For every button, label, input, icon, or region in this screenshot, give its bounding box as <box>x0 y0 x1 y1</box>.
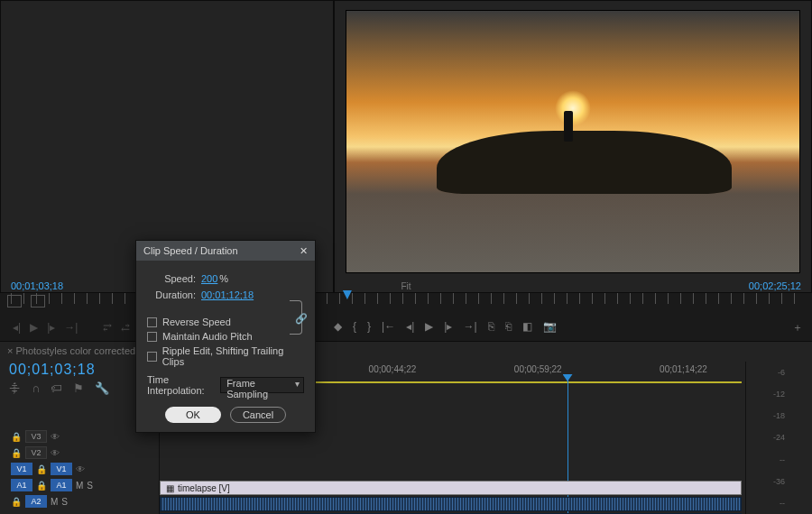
step-fwd-icon[interactable]: |▸ <box>444 320 452 335</box>
lock-icon[interactable]: 🔒 <box>36 464 47 474</box>
mark-out-icon[interactable]: } <box>367 320 371 335</box>
track-toggle-v3[interactable]: V3 <box>25 430 47 443</box>
ruler-tick-3: 00;01;14;22 <box>660 364 707 374</box>
track-header-v1[interactable]: V1 🔒 V1 👁 <box>0 461 159 477</box>
settings-icon[interactable] <box>7 295 22 307</box>
src-play-icon[interactable]: ▶ <box>30 321 38 334</box>
src-insert-icon[interactable]: ⥂ <box>103 321 112 334</box>
meter-tick: -- <box>780 499 785 508</box>
visibility-icon[interactable]: 👁 <box>51 448 61 458</box>
program-monitor-panel <box>334 0 812 293</box>
video-clip[interactable]: ▦ timelapse [V] <box>160 481 742 495</box>
ok-button[interactable]: OK <box>165 407 221 423</box>
track-toggle-v1[interactable]: V1 <box>51 463 72 475</box>
preview-lighthouse <box>564 111 573 142</box>
src-overwrite-icon[interactable]: ⥄ <box>121 321 130 334</box>
speed-input[interactable]: 200 <box>201 273 217 284</box>
add-marker-icon[interactable]: ◆ <box>334 320 342 335</box>
track-toggle-a2[interactable]: A2 <box>25 495 47 508</box>
track-header-v2[interactable]: 🔒 V2 👁 <box>0 445 159 461</box>
ripple-edit-checkbox[interactable] <box>147 352 157 362</box>
extract-icon[interactable]: ⎗ <box>505 320 512 335</box>
interpolation-label: Time Interpolation: <box>147 374 215 396</box>
track-header-a2[interactable]: 🔒 A2 MS <box>0 493 159 509</box>
settings-icon[interactable]: ⚑ <box>73 381 84 395</box>
lift-icon[interactable]: ⎘ <box>488 320 494 335</box>
ruler-tick-1: 00;00;44;22 <box>369 364 417 374</box>
visibility-icon[interactable]: 👁 <box>51 432 61 442</box>
go-to-out-icon[interactable]: →| <box>463 320 476 335</box>
audio-clip-a1[interactable] <box>160 497 742 511</box>
ripple-edit-label: Ripple Edit, Shifting Trailing Clips <box>162 345 304 367</box>
track-headers: 🔒 V3 👁 🔒 V2 👁 V1 🔒 V1 👁 A1 🔒 A1 MS 🔒 A2 … <box>0 428 159 514</box>
meter-tick: -- <box>780 455 785 464</box>
track-toggle-v2[interactable]: V2 <box>25 446 47 459</box>
cancel-button[interactable]: Cancel <box>230 407 286 423</box>
audio-meter: -6 -12 -18 -24 -- -36 -- <box>745 362 812 514</box>
export-frame-icon[interactable]: ◧ <box>522 320 532 335</box>
track-header-a1[interactable]: A1 🔒 A1 MS <box>0 477 159 493</box>
track-toggle-a1[interactable]: A1 <box>51 479 72 491</box>
source-patch-v1[interactable]: V1 <box>11 463 32 475</box>
zoom-fit-label[interactable]: Fit <box>401 281 411 291</box>
ruler-tick-2: 00;00;59;22 <box>514 364 562 374</box>
duration-input[interactable]: 00;01;12;18 <box>201 289 254 300</box>
go-to-in-icon[interactable]: |← <box>382 320 395 335</box>
sequence-tab[interactable]: × Photostyles color corrected ≡ <box>7 345 144 356</box>
close-icon[interactable]: ✕ <box>300 245 308 257</box>
visibility-icon[interactable]: 👁 <box>76 464 87 474</box>
camera-icon[interactable]: 📷 <box>543 320 557 335</box>
play-icon[interactable]: ▶ <box>425 320 433 335</box>
duration-label: Duration: <box>147 289 196 300</box>
timeline-tool-row: ⸎ ∩ 🏷 ⚑ 🔧 <box>9 381 109 395</box>
wrench-icon[interactable]: 🔧 <box>95 381 109 395</box>
fx-badge-icon: ▦ <box>166 483 174 493</box>
source-patch-a1[interactable]: A1 <box>11 479 32 491</box>
insert-icon[interactable] <box>31 295 45 307</box>
meter-tick: -24 <box>773 433 785 442</box>
lock-icon[interactable]: 🔒 <box>11 432 22 442</box>
marker-icon[interactable]: 🏷 <box>51 381 62 395</box>
meter-tick: -12 <box>773 390 785 399</box>
dialog-titlebar[interactable]: Clip Speed / Duration ✕ <box>136 241 315 261</box>
src-next-icon[interactable]: →| <box>64 321 78 334</box>
step-back-icon[interactable]: ◂| <box>406 320 414 335</box>
link-toggle-icon[interactable]: 🔗 <box>295 313 308 325</box>
dialog-title: Clip Speed / Duration <box>143 245 238 256</box>
timeline-current-timecode[interactable]: 00;01;03;18 <box>9 362 96 378</box>
linked-selection-icon[interactable]: ∩ <box>32 381 40 395</box>
interpolation-select[interactable]: Frame Sampling <box>220 377 304 393</box>
reverse-speed-label: Reverse Speed <box>162 317 231 327</box>
preview-island <box>437 131 731 194</box>
meter-tick: -18 <box>773 411 785 420</box>
lock-icon[interactable]: 🔒 <box>11 497 22 507</box>
clip-speed-dialog: Clip Speed / Duration ✕ Speed: 200 % Dur… <box>135 240 316 433</box>
button-editor-icon[interactable]: ＋ <box>792 320 803 335</box>
maintain-pitch-checkbox[interactable] <box>147 332 157 342</box>
src-step-fwd-icon[interactable]: |▸ <box>47 321 55 334</box>
src-step-back-icon[interactable]: ◂| <box>13 321 21 334</box>
program-monitor-view[interactable] <box>346 10 800 273</box>
meter-tick: -36 <box>773 477 785 486</box>
timeline-panel: × Photostyles color corrected ≡ 00;01;03… <box>0 341 812 514</box>
speed-label: Speed: <box>147 273 196 284</box>
program-playhead-marker[interactable] <box>343 290 352 299</box>
program-right-timecode: 00;02;25;12 <box>749 280 801 291</box>
mark-in-icon[interactable]: { <box>353 320 356 335</box>
lock-icon[interactable]: 🔒 <box>36 481 47 491</box>
maintain-pitch-label: Maintain Audio Pitch <box>162 331 253 342</box>
speed-unit: % <box>219 273 228 284</box>
meter-tick: -6 <box>778 368 785 377</box>
lock-icon[interactable]: 🔒 <box>11 448 22 458</box>
snap-icon[interactable]: ⸎ <box>9 381 21 395</box>
reverse-speed-checkbox[interactable] <box>147 317 157 327</box>
